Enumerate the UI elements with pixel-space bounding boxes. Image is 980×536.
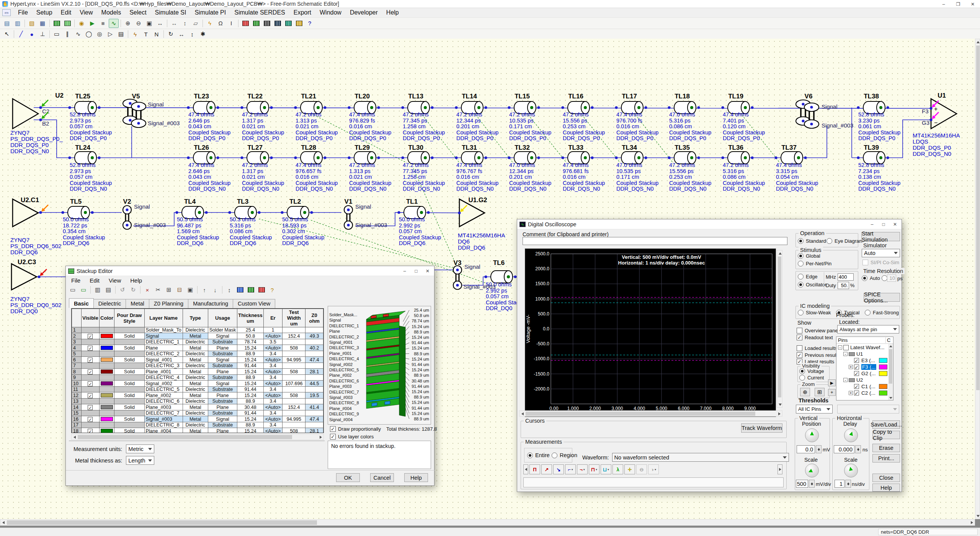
export-board-icon[interactable] bbox=[283, 19, 293, 28]
tree-expander-icon[interactable]: - bbox=[843, 352, 848, 356]
duty-input[interactable] bbox=[838, 282, 849, 289]
trace-color-swatch[interactable] bbox=[879, 391, 887, 395]
vertical-scale-knob[interactable] bbox=[805, 464, 819, 477]
stackup-tab-z0-planning[interactable]: Z0 Planning bbox=[149, 299, 188, 309]
thresholds-value-dropdown[interactable] bbox=[837, 405, 899, 413]
tline-TL13[interactable]: TL1347.2 ohms77.345 ps1.258 cmCoupled St… bbox=[403, 93, 445, 141]
add-ground-icon[interactable]: ⊥ bbox=[38, 29, 47, 39]
via-V3[interactable]: V3SignalSignal_#003 bbox=[453, 259, 495, 290]
scope-help-button[interactable]: Help bbox=[872, 484, 900, 492]
pins-tree-item-LatestWavef[interactable]: -Latest Wavef... bbox=[836, 344, 888, 351]
tline-TL14[interactable]: TL1447.2 ohms12.344 ps0.201 cmCoupled St… bbox=[456, 93, 498, 141]
maximize-button[interactable]: ❐ bbox=[951, 0, 965, 8]
overview-pane-checkbox[interactable] bbox=[797, 328, 802, 333]
menu-models[interactable]: Models bbox=[97, 8, 126, 16]
loaded-results-checkbox[interactable] bbox=[797, 345, 802, 351]
sipi-cosim-checkbox[interactable] bbox=[862, 260, 868, 265]
tline-TL18[interactable]: TL1847.0 ohms5.316 ps0.086 cmCoupled Sta… bbox=[669, 93, 711, 141]
stackup-menu-help[interactable]: Help bbox=[126, 276, 147, 284]
measure-undershoot-icon[interactable]: ⊔▾ bbox=[601, 464, 611, 474]
stackup-help-button[interactable]: Help bbox=[404, 473, 428, 482]
comment-input[interactable] bbox=[523, 237, 787, 245]
add-text-icon[interactable]: T bbox=[141, 29, 151, 39]
measure-rise-time-icon[interactable]: ↗ bbox=[541, 464, 552, 474]
measure-levels-icon[interactable]: Π bbox=[529, 464, 540, 474]
table-view-red-icon[interactable] bbox=[256, 285, 266, 294]
pins-tree-scrollbar[interactable] bbox=[888, 344, 893, 400]
buffer-U2.C1[interactable]: U2.C1ZYNQ7PS_DDR_DQ6_502DDR_DQ6 bbox=[10, 196, 61, 255]
vertical-scale-value[interactable]: 500 bbox=[796, 480, 808, 488]
tline-TL21[interactable]: TL2147.2 ohms1.313 ps0.021 cmCoupled Sta… bbox=[296, 93, 338, 141]
stackup-row-6[interactable]: 6✓SolidSignal_#001MetalSignal15.24<Auto>… bbox=[72, 357, 323, 363]
stop-simulation-icon[interactable]: ■ bbox=[98, 19, 108, 28]
tline-TL32[interactable]: TL3247.0 ohms12.344 ps0.201 cmCoupled St… bbox=[509, 144, 551, 192]
assign-models-icon[interactable]: Ω bbox=[216, 19, 225, 28]
thresholds-dropdown[interactable]: All IC Pins bbox=[796, 405, 833, 413]
stimulus-pernet-radio[interactable]: Per-Net/Pin bbox=[798, 261, 831, 266]
new-freeform-schematic-icon[interactable]: ▤ bbox=[2, 19, 12, 28]
copy-icon[interactable]: ⊞ bbox=[164, 285, 174, 294]
scope-close-button[interactable]: ✕ bbox=[889, 219, 901, 229]
visibility-current-radio[interactable]: Current bbox=[799, 375, 824, 381]
stackup-maximize-button[interactable]: □ bbox=[410, 266, 422, 276]
stackup-editor-dialog[interactable]: Stackup Editor – □ ✕ FileEditViewHelp ▭▭… bbox=[65, 266, 434, 486]
undo-icon[interactable]: ↺ bbox=[118, 285, 127, 294]
plot-hscrollbar[interactable] bbox=[519, 410, 782, 417]
menu-edit[interactable]: Edit bbox=[57, 8, 76, 16]
table-view-blue-icon[interactable] bbox=[235, 285, 245, 294]
pins-tree-item-F3[interactable]: +F3 (... bbox=[836, 364, 888, 370]
zoom-in-button[interactable]: ⊕ bbox=[800, 388, 810, 396]
display-options-icon[interactable]: ✱ bbox=[198, 29, 208, 39]
stackup-ok-button[interactable]: OK bbox=[336, 473, 360, 482]
lock-cells-icon[interactable]: ◉ bbox=[77, 19, 87, 28]
tline-TL16[interactable]: TL1647.2 ohms15.556 ps0.253 cmCoupled St… bbox=[563, 93, 605, 141]
trace-color-swatch[interactable] bbox=[879, 384, 887, 389]
tline-TL20[interactable]: TL2047.4 ohms976.829 fs0.016 cmCoupled S… bbox=[349, 93, 391, 141]
measure-region-radio[interactable]: Region bbox=[552, 452, 577, 458]
pin-visible-checkbox[interactable] bbox=[854, 358, 859, 363]
menu-select[interactable]: Select bbox=[125, 8, 150, 16]
tline-TL22[interactable]: TL2247.2 ohms1.317 ps0.021 cmCoupled Sta… bbox=[242, 93, 284, 141]
tline-TL27[interactable]: TL2747.2 ohms1.317 ps0.021 cmCoupled Sta… bbox=[242, 144, 284, 192]
trace-color-swatch[interactable] bbox=[879, 364, 887, 369]
pins-tree-item-U2[interactable]: -U2 bbox=[836, 377, 888, 383]
via-V1[interactable]: V1SignalSignal_#003 bbox=[344, 198, 387, 229]
split-horizontal-icon[interactable]: ▥ bbox=[93, 285, 103, 294]
measure-entire-radio[interactable]: Entire bbox=[527, 452, 550, 458]
menu-setup[interactable]: Setup bbox=[32, 8, 57, 16]
add-capacitor-icon[interactable]: ∥ bbox=[62, 29, 72, 39]
tline-TL17[interactable]: TL1747.4 ohms976.700 fs0.016 cmCoupled S… bbox=[616, 93, 658, 141]
buffer-U2[interactable]: U2C2B2ZYNQ7PS_DDR_DQS_P0_DDR_DQS_P0DDR_D… bbox=[10, 92, 64, 154]
visibility-voltage-radio[interactable]: Voltage bbox=[799, 368, 824, 374]
paste-special-icon[interactable]: ⊟ bbox=[175, 285, 185, 294]
stackup-row-9[interactable]: 9DIELECTRIC_4DielectricSubstrate88.93.4 bbox=[72, 375, 323, 381]
stackup-menu-file[interactable]: File bbox=[67, 276, 85, 284]
vertical-position-value[interactable]: 0.0 bbox=[797, 445, 815, 453]
trace-color-swatch[interactable] bbox=[879, 358, 887, 363]
tline-TL29[interactable]: TL2947.2 ohms1.313 ps0.021 cmCoupled Sta… bbox=[349, 144, 391, 192]
stackup-tab-dielectric[interactable]: Dielectric bbox=[93, 299, 126, 309]
net-wire[interactable] bbox=[804, 126, 827, 158]
open-design-icon[interactable]: ▧ bbox=[27, 19, 37, 28]
vertical-scale-spinner[interactable] bbox=[809, 480, 815, 488]
tline-TL3[interactable]: TL350.3 ohms5.316 ps0.086 cmCoupled Stac… bbox=[230, 198, 272, 246]
zoom-out-icon[interactable]: ⊖ bbox=[134, 19, 144, 28]
flip-vertical-icon[interactable]: ↕ bbox=[187, 29, 197, 39]
menu-window[interactable]: Window bbox=[315, 8, 346, 16]
tline-TL23[interactable]: TL2347.4 ohms2.646 ps0.043 cmCoupled Sta… bbox=[188, 93, 230, 141]
rotate-icon[interactable]: ↻ bbox=[166, 29, 176, 39]
horizontal-delay-knob[interactable] bbox=[844, 428, 858, 442]
stackup-table-hscrollbar[interactable] bbox=[71, 434, 324, 440]
menu-view[interactable]: View bbox=[75, 8, 97, 16]
stackup-row-5[interactable]: 5DIELECTRIC_2DielectricSubstrate88.93.4 bbox=[72, 351, 323, 357]
menu-simulate-si[interactable]: Simulate SI bbox=[151, 8, 191, 16]
tline-TL2[interactable]: TL250.5 ohms18.593 ps0.302 cmCoupled Sta… bbox=[282, 198, 324, 246]
waveform-dropdown[interactable]: No waveform selected bbox=[612, 453, 789, 462]
probes-located-dropdown[interactable]: Always at the pin bbox=[837, 325, 899, 333]
measurement-units-dropdown[interactable]: Metric bbox=[126, 444, 154, 453]
scope-maximize-button[interactable]: □ bbox=[878, 219, 889, 229]
tline-TL24[interactable]: TL2452.8 ohms2.973 ps0.057 cmCoupled Sta… bbox=[70, 144, 112, 192]
stackup-row-18[interactable]: 18✓SolidPlane_#004MetalPlane15.24<Auto>5… bbox=[72, 428, 323, 433]
tline-TL38[interactable]: TL3852.8 ohms3.230 ps0.061 cmCoupled Sta… bbox=[858, 93, 900, 141]
pins-tree-item-C1[interactable]: C1 (... bbox=[836, 383, 888, 390]
